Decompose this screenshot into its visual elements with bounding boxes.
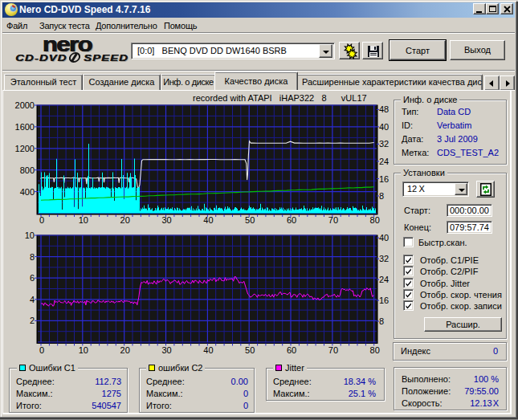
svg-text:40: 40 [379,233,389,243]
svg-text:60: 60 [287,215,296,225]
svg-text:20: 20 [120,345,130,355]
svg-text:40: 40 [379,122,389,132]
svg-text:recorded with ATAPI iHAP322: recorded with ATAPI iHAP322 8 vUL17 [193,93,367,103]
svg-text:2: 2 [30,316,35,325]
svg-text:8: 8 [30,252,35,262]
svg-text:32: 32 [379,254,389,263]
svg-text:70: 70 [328,215,338,225]
svg-text:2000: 2000 [15,100,35,110]
svg-text:1200: 1200 [15,144,35,153]
svg-text:20: 20 [120,215,130,225]
svg-text:800: 800 [20,165,35,175]
svg-text:40: 40 [203,345,213,355]
svg-text:0: 0 [39,215,44,225]
svg-text:24: 24 [379,157,389,166]
svg-text:80: 80 [370,345,380,355]
svg-text:0: 0 [39,345,44,355]
svg-text:10: 10 [25,230,35,240]
svg-text:30: 30 [161,345,171,355]
svg-text:10: 10 [79,215,88,225]
svg-text:50: 50 [245,215,255,225]
svg-text:10: 10 [79,345,88,355]
svg-text:4: 4 [30,295,35,304]
svg-text:1600: 1600 [15,122,35,132]
svg-text:60: 60 [287,345,296,355]
svg-text:24: 24 [379,275,389,284]
svg-text:40: 40 [203,215,213,225]
svg-text:70: 70 [328,345,338,355]
svg-text:8: 8 [379,191,384,201]
svg-text:400: 400 [20,187,35,197]
svg-text:80: 80 [370,215,380,225]
svg-text:8: 8 [379,316,384,326]
svg-text:30: 30 [161,215,171,225]
svg-text:16: 16 [379,174,389,184]
svg-text:16: 16 [379,296,389,305]
svg-text:48: 48 [379,104,389,114]
svg-text:32: 32 [379,139,389,149]
svg-text:6: 6 [30,273,35,283]
svg-text:50: 50 [245,345,255,355]
